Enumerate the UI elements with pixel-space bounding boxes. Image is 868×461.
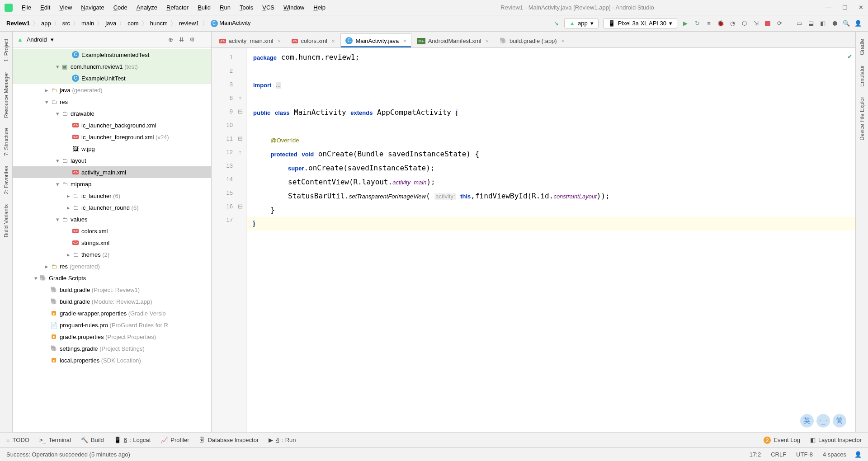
tree-node[interactable]: 🐘build.gradle (Project: Review1) xyxy=(13,284,211,296)
breadcrumb-item[interactable]: src xyxy=(62,20,70,27)
status-widget[interactable]: UTF-8 xyxy=(796,451,813,458)
tool-tab-build-variants[interactable]: Build Variants xyxy=(2,200,11,242)
maximize-icon[interactable]: ☐ xyxy=(842,4,848,11)
close-tab-icon[interactable]: × xyxy=(486,38,488,44)
tree-node[interactable]: 📄proguard-rules.pro (ProGuard Rules for … xyxy=(13,319,211,331)
coverage-icon[interactable]: ⬡ xyxy=(741,20,748,27)
tree-node[interactable]: <>strings.xml xyxy=(13,237,211,249)
tree-node[interactable]: ∎gradle.properties (Project Properties) xyxy=(13,331,211,343)
tree-node[interactable]: ▸🗀ic_launcher_round (6) xyxy=(13,202,211,213)
close-tab-icon[interactable]: × xyxy=(332,38,335,44)
attach-debugger-icon[interactable]: ⇲ xyxy=(752,20,760,27)
menu-view[interactable]: View xyxy=(56,2,75,13)
device-manager-icon[interactable]: ⬢ xyxy=(831,20,838,27)
menu-navigate[interactable]: Navigate xyxy=(77,2,108,13)
minimize-icon[interactable]: — xyxy=(826,4,831,11)
tool-tab----favorites[interactable]: 2: Favorites xyxy=(2,161,11,199)
editor-tab[interactable]: MFAndroidManifest.xml× xyxy=(412,34,494,47)
profile-icon[interactable]: ◔ xyxy=(729,20,736,27)
sdk-manager-icon[interactable]: ⬓ xyxy=(807,20,815,27)
menu-build[interactable]: Build xyxy=(194,2,214,13)
editor-tab[interactable]: 🐘build.gradle (:app)× xyxy=(495,33,569,47)
menu-code[interactable]: Code xyxy=(110,2,131,13)
select-opened-file-icon[interactable]: ⊕ xyxy=(167,36,174,43)
breadcrumb-item[interactable]: Review1 xyxy=(6,20,30,27)
tree-node[interactable]: <>activity_main.xml xyxy=(13,166,211,178)
tool-tab-gradle[interactable]: Gradle xyxy=(858,34,867,60)
code-editor[interactable]: 123891011121314151617 +⊟⊟↑⊟ ✔package com… xyxy=(212,48,855,432)
apply-code-icon[interactable]: ≡ xyxy=(705,20,712,27)
tree-node[interactable]: ▸🗀themes (2) xyxy=(13,249,211,260)
breadcrumb-item[interactable]: review1 xyxy=(179,20,199,27)
collapse-all-icon[interactable]: ⇊ xyxy=(178,36,185,43)
menu-run[interactable]: Run xyxy=(216,2,234,13)
menu-refactor[interactable]: Refactor xyxy=(163,2,192,13)
menu-file[interactable]: File xyxy=(18,2,35,13)
breadcrumb-item[interactable]: app xyxy=(41,20,51,27)
code-content[interactable]: ✔package com.huncm.review1; import ... p… xyxy=(247,48,855,432)
menu-analyze[interactable]: Analyze xyxy=(133,2,161,13)
tree-node[interactable]: ▾▣com.huncm.review1 (test) xyxy=(13,61,211,72)
tree-node[interactable]: ▾🗀mipmap xyxy=(13,178,211,190)
gear-icon[interactable]: ⚙ xyxy=(189,36,196,43)
avd-manager-icon[interactable]: ▭ xyxy=(796,20,803,27)
project-view-label[interactable]: Android xyxy=(27,36,47,43)
tool-tab-device-file-explor[interactable]: Device File Explor xyxy=(858,92,867,145)
editor-tab[interactable]: <>colors.xml× xyxy=(287,34,340,47)
run-config-combo[interactable]: ▲ app ▾ xyxy=(564,18,599,28)
tree-node[interactable]: 🐘settings.gradle (Project Settings) xyxy=(13,343,211,354)
tree-node[interactable]: <>ic_launcher_background.xml xyxy=(13,119,211,131)
menu-help[interactable]: Help xyxy=(310,2,329,13)
user-icon[interactable]: 👤 xyxy=(854,20,862,27)
breadcrumb-item[interactable]: main xyxy=(81,20,94,27)
status-widget[interactable]: 4 spaces xyxy=(823,451,846,458)
close-icon[interactable]: ✕ xyxy=(859,4,863,11)
run-icon[interactable]: ▶ xyxy=(682,20,689,27)
tree-node[interactable]: ∎gradle-wrapper.properties (Gradle Versi… xyxy=(13,307,211,319)
project-tree[interactable]: CExampleInstrumentedTest▾▣com.huncm.revi… xyxy=(13,48,211,432)
breadcrumb-item[interactable]: huncm xyxy=(150,20,168,27)
close-tab-icon[interactable]: × xyxy=(403,38,406,43)
tree-node[interactable]: ▸🗀java (generated) xyxy=(13,84,211,96)
tree-node[interactable]: CExampleInstrumentedTest xyxy=(13,49,211,61)
tool-tab-build[interactable]: 🔨Build xyxy=(81,437,104,443)
tool-tab----logcat[interactable]: 📱6: Logcat xyxy=(114,437,151,443)
device-combo[interactable]: 📱 Pixel 3a XL API 30 ▾ xyxy=(603,18,677,28)
editor-tab[interactable]: CMainActivity.java× xyxy=(340,33,411,47)
apply-changes-icon[interactable]: ↻ xyxy=(693,20,701,27)
tree-node[interactable]: <>ic_launcher_foreground.xml (v24) xyxy=(13,131,211,143)
search-icon[interactable]: 🔍 xyxy=(843,20,850,27)
editor-tab[interactable]: <>activity_main.xml× xyxy=(214,34,286,47)
tool-tab-database-inspector[interactable]: 🗄Database Inspector xyxy=(199,437,259,443)
tree-node[interactable]: ▸🗀ic_launcher (6) xyxy=(13,190,211,202)
breadcrumb-item[interactable]: java xyxy=(105,20,116,27)
layout-inspector-button[interactable]: ◧ Layout Inspector xyxy=(810,437,862,443)
tree-node[interactable]: ▾🐘Gradle Scripts xyxy=(13,272,211,284)
tree-node[interactable]: CExampleUnitTest xyxy=(13,72,211,84)
menu-edit[interactable]: Edit xyxy=(37,2,54,13)
tool-tab----project[interactable]: 1: Project xyxy=(2,34,11,66)
tree-node[interactable]: ▾🗀drawable xyxy=(13,108,211,119)
tree-node[interactable]: ∎local.properties (SDK Location) xyxy=(13,354,211,366)
close-tab-icon[interactable]: × xyxy=(278,38,280,44)
menu-tools[interactable]: Tools xyxy=(236,2,257,13)
menu-window[interactable]: Window xyxy=(280,2,308,13)
menu-vcs[interactable]: VCS xyxy=(259,2,278,13)
resource-manager-icon[interactable]: ◧ xyxy=(819,20,826,27)
tree-node[interactable]: ▾🗀res xyxy=(13,96,211,108)
tool-tab----structure[interactable]: 7: Structure xyxy=(2,123,11,160)
tool-tab-emulator[interactable]: Emulator xyxy=(858,61,867,91)
ide-status-icon[interactable]: 👤 xyxy=(854,451,862,458)
chevron-down-icon[interactable]: ▾ xyxy=(51,36,54,43)
debug-icon[interactable]: 🐞 xyxy=(717,20,724,27)
tree-node[interactable]: <>colors.xml xyxy=(13,225,211,237)
tool-tab-resource-manager[interactable]: Resource Manager xyxy=(2,67,11,122)
close-tab-icon[interactable]: × xyxy=(561,38,564,43)
tool-tab-profiler[interactable]: 📈Profiler xyxy=(160,437,189,443)
build-hammer-icon[interactable]: ↘ xyxy=(552,20,560,27)
tree-node[interactable]: ▾🗀values xyxy=(13,213,211,225)
breadcrumb-item[interactable]: com xyxy=(127,20,139,27)
tool-tab----run[interactable]: ▶4: Run xyxy=(269,437,296,443)
status-widget[interactable]: CRLF xyxy=(771,451,786,458)
tool-tab-todo[interactable]: ≡TODO xyxy=(6,437,29,443)
